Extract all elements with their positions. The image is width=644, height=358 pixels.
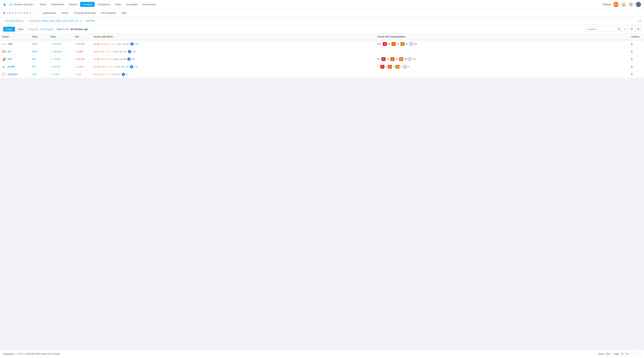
total-sort-icon[interactable]: ↓ <box>38 36 39 38</box>
cloud-col-drag[interactable]: :: <box>11 36 13 38</box>
vuln-badge-l: L <box>403 65 407 69</box>
alerts-col-drag[interactable]: :: <box>116 36 117 38</box>
vuln-badge-l: L <box>409 42 413 46</box>
alert-item-medium: ••• 337 <box>108 66 113 68</box>
nav-governance[interactable]: Governance <box>140 2 158 7</box>
col-header-actions: Actions <box>629 34 644 40</box>
brand-dropdown-icon[interactable]: ▾ <box>34 3 35 6</box>
total-value[interactable]: 386K <box>32 50 37 53</box>
fail-icon: ⚠ <box>75 73 77 76</box>
alert-info-item: ℹ 1.1K <box>130 65 138 69</box>
add-filter-button[interactable]: Add Filter <box>86 20 95 22</box>
score-badge: 81% <box>614 2 619 7</box>
info-badge: ℹ <box>128 50 131 53</box>
nav-investigate[interactable]: Investigate <box>124 2 140 7</box>
notification-bell[interactable]: 🔔 <box>621 2 626 7</box>
alert-item-low: ••••• 1.7K <box>121 66 129 68</box>
sec-nav-compute[interactable]: Compute Workloads <box>71 11 98 16</box>
total-value[interactable]: 976K <box>32 43 37 45</box>
cloud-name-oci[interactable]: OCI <box>8 50 11 53</box>
info-action-button[interactable]: ℹ <box>631 73 632 76</box>
nav-compliance[interactable]: Compliance <box>95 2 112 7</box>
vuln-num: 7 <box>393 66 394 68</box>
alert-dots: ••• <box>109 43 111 45</box>
group-by-value[interactable]: Cloud Type ▾ <box>40 28 54 31</box>
cloudtype-filter-chip[interactable]: Cloud Type Alibaba Cloud, AWS, Azure, GC… <box>27 19 84 23</box>
columns-button[interactable]: ☰ <box>636 26 641 32</box>
nav-alerts[interactable]: Alerts <box>112 2 123 7</box>
table-body: aws AWS 976K ✓ 926,441 ⚠ 49,378 •••• 49K… <box>0 40 644 78</box>
alert-num: 25K <box>126 43 129 45</box>
settings-gear[interactable]: ⚙ <box>628 2 634 7</box>
info-action-button[interactable]: ℹ <box>631 65 632 69</box>
date-filter-chip[interactable]: Date Most Recent <box>3 19 25 23</box>
vuln-col-drag[interactable]: :: <box>408 36 410 38</box>
total-value[interactable]: 1.6K <box>32 73 37 76</box>
sec-nav-assets[interactable]: Assets <box>59 11 70 16</box>
fail-cell: ⚠ 49,378 <box>73 40 91 48</box>
total-col-drag[interactable]: :: <box>40 36 42 38</box>
table-view-button[interactable]: Table <box>15 27 26 32</box>
filter-reset-button[interactable]: ↺ <box>638 19 641 23</box>
cloud-name-aws[interactable]: AWS <box>8 43 12 45</box>
inventory-table: Cloud ↕ :: Total ↓ :: Pass ↕ <box>0 34 644 78</box>
info-action-button[interactable]: ℹ <box>631 58 632 61</box>
fail-sort-icon[interactable]: ↕ <box>80 36 81 38</box>
group-by-chevron: ▾ <box>52 28 54 31</box>
search-icon-button[interactable]: 🔍 <box>616 27 622 32</box>
info-action-button[interactable]: ℹ <box>631 43 632 46</box>
fail-icon: ⚠ <box>75 43 77 45</box>
info-badge: ℹ <box>130 42 134 46</box>
fail-value: 122 <box>78 73 82 76</box>
brand-group[interactable]: ◁▷ Runtime Security ▾ <box>8 3 35 7</box>
cloud-sort-icon[interactable]: ↕ <box>10 36 10 38</box>
alerts-sort-icon[interactable]: ↕ <box>114 36 115 38</box>
vuln-num: 4 <box>401 66 402 68</box>
svg-rect-1 <box>2 73 5 76</box>
fail-value: 18,018 <box>78 58 84 60</box>
vuln-num: 33 <box>387 58 389 60</box>
group-by-selector: Group By: Cloud Type ▾ <box>28 28 54 31</box>
table-row: aws AWS 976K ✓ 926,441 ⚠ 49,378 •••• 49K… <box>0 40 644 48</box>
vuln-sort-icon[interactable]: ↕ <box>406 36 408 38</box>
pass-col-drag[interactable]: :: <box>59 36 60 38</box>
info-badge: ℹ <box>122 73 125 76</box>
user-avatar[interactable]: 👤 <box>636 2 641 7</box>
settings-link[interactable]: Settings <box>602 3 611 6</box>
search-clear-button[interactable]: ✕ <box>622 27 628 32</box>
pass-sort-icon[interactable]: ↕ <box>57 36 58 38</box>
info-action-button[interactable]: ℹ <box>631 50 632 53</box>
nav-inventory[interactable]: Inventory <box>80 2 94 7</box>
alert-item-critical: •••• 18K <box>94 58 100 60</box>
nav-dashboards[interactable]: Dashboards <box>49 2 66 7</box>
sec-nav-data[interactable]: Data <box>119 11 128 16</box>
total-cell: 1.6K <box>30 71 48 78</box>
nav-reports[interactable]: Reports <box>67 2 80 7</box>
cloud-name-alibaba[interactable]: ALIBABA <box>8 73 18 76</box>
pass-value: 94,707 <box>54 66 60 68</box>
cards-view-button[interactable]: Cards <box>3 27 15 32</box>
download-button[interactable]: ⬇ <box>629 26 635 32</box>
alert-item-low: ••••• 4.4K <box>119 58 126 60</box>
cloud-name-azure[interactable]: AZURE <box>8 66 15 68</box>
vuln-badge-m: M <box>400 42 404 46</box>
alert-item-high: •••• 0 <box>101 73 105 76</box>
alert-dots: ••• <box>106 58 108 60</box>
sec-nav-applications[interactable]: Applications <box>40 11 58 16</box>
total-value[interactable]: 97K <box>32 66 36 68</box>
inventory-icon: ⊞ <box>3 11 6 15</box>
total-value[interactable]: 98K <box>32 58 36 60</box>
alert-dots: •••• <box>94 73 96 76</box>
nav-home[interactable]: Home <box>38 2 49 7</box>
search-input[interactable] <box>586 27 616 32</box>
cloud-cell: ▲ AZURE <box>0 63 30 71</box>
sec-nav-api[interactable]: API Endpoints <box>98 11 118 16</box>
fail-col-drag[interactable]: :: <box>82 36 83 38</box>
cloudtype-filter-close[interactable]: ✕ <box>80 20 82 22</box>
alert-dots: •• <box>110 73 111 76</box>
cloud-name-gcp[interactable]: GCP <box>8 58 12 60</box>
vuln-badge-m: M <box>399 57 403 61</box>
vulnerabilities-cell <box>375 48 629 55</box>
table-row: 🌈 GCP 98K ✓ 79,831 ⚠ 18,018 •••• 18K •••… <box>0 55 644 63</box>
alert-dots: ••••• <box>122 43 125 45</box>
